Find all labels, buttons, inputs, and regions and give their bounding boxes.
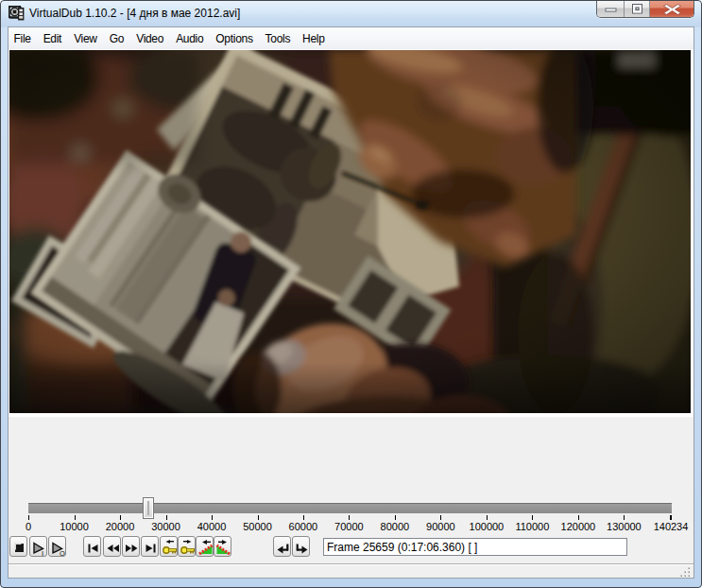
- svg-text:I: I: [42, 549, 43, 558]
- svg-text:O: O: [60, 549, 65, 558]
